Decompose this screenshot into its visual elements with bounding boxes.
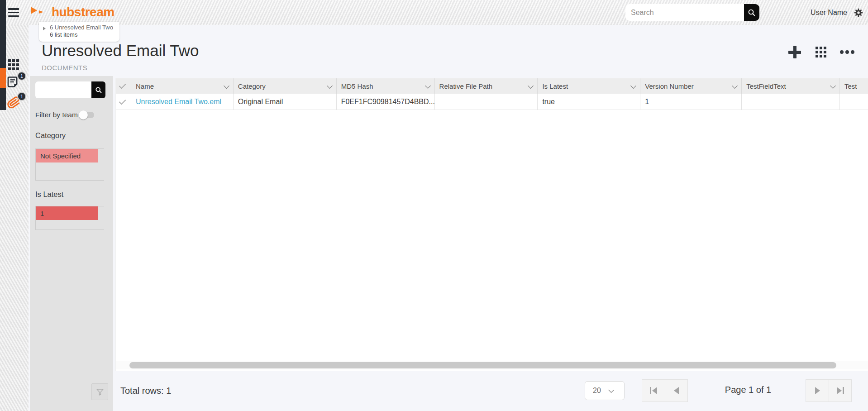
plus-icon [788,46,801,58]
breadcrumb-subtitle: 6 list items [50,31,114,38]
chevron-down-icon[interactable] [528,83,534,89]
filter-panel: Filter by team Category Not Specified Is… [30,76,113,411]
breadcrumb-title: 6 Unresolved Email Two [50,24,114,31]
row-select-cell[interactable] [116,94,131,110]
column-header-is-latest[interactable]: Is Latest [538,78,640,94]
cell-is-latest: true [538,94,640,110]
cell-relative-file-path [435,94,538,110]
column-header-relative-file-path[interactable]: Relative File Path [435,78,538,94]
page-indicator: Page 1 of 1 [698,385,798,395]
last-page-icon [837,387,844,394]
previous-page-icon [674,387,679,394]
breadcrumb-expand-icon[interactable] [43,27,46,30]
table-header-row: Name Category MD5 Hash Relative File Pat… [116,78,868,94]
select-all-cell[interactable] [116,78,131,94]
search-icon [748,9,756,17]
logo-wordmark: hubstream [52,5,114,19]
check-icon [119,82,126,89]
filter-group-is-latest: 1 [35,206,104,230]
previous-page-button[interactable] [665,380,687,401]
search-icon [95,86,102,94]
column-header-md5-hash[interactable]: MD5 Hash [337,78,435,94]
sidebar-item-attachments[interactable]: 1 [7,96,22,111]
ellipsis-icon [840,50,854,54]
more-options-button[interactable] [840,45,854,59]
grid-view-button[interactable] [814,45,828,59]
grid-view-icon [816,47,826,57]
cell-md5-hash: F0EF1FC90981457D4BBD... [337,94,435,110]
filter-funnel-button[interactable] [91,383,108,400]
column-header-test[interactable]: Test [840,78,868,94]
check-icon [119,97,126,105]
table-footer: Total rows: 1 20 Page 1 of 1 [115,371,868,411]
top-bar: hubstream User Name [0,0,868,25]
chevron-down-icon[interactable] [630,83,636,89]
chevron-down-icon[interactable] [425,83,431,89]
attachments-badge: 1 [17,92,26,101]
page-title: Unresolved Email Two [42,42,199,60]
breadcrumb[interactable]: 6 Unresolved Email Two 6 list items [39,22,119,42]
sidebar-rail-strip [0,0,6,110]
filter-chip-is-latest-1[interactable]: 1 [36,206,98,220]
filter-search-button[interactable] [91,81,105,98]
global-search-input[interactable] [625,4,744,21]
filter-by-team-toggle[interactable] [79,110,95,119]
logo-arrow-icon [30,6,48,19]
page-subtitle: DOCUMENTS [42,64,199,72]
document-link[interactable]: Unresolved Email Two.eml [136,98,221,106]
cases-badge: 1 [17,72,26,81]
funnel-icon [96,388,104,396]
sidebar-active-indicator [0,68,6,88]
apps-grid-icon [8,59,22,70]
column-header-category[interactable]: Category [234,78,337,94]
last-page-button[interactable] [829,380,851,401]
column-header-testfieldtext[interactable]: TestFieldText [742,78,840,94]
filter-group-label-category: Category [35,131,66,140]
sidebar-item-apps[interactable] [7,57,22,73]
next-page-icon [815,387,820,394]
hubstream-logo[interactable]: hubstream [30,5,114,19]
documents-table: Name Category MD5 Hash Relative File Pat… [115,78,868,371]
filter-group-category: Not Specified [35,148,104,181]
chevron-down-icon [608,387,614,393]
filter-by-team-label: Filter by team [35,111,78,119]
column-header-name[interactable]: Name [131,78,234,94]
chevron-down-icon[interactable] [224,83,229,89]
cell-category: Original Email [234,94,337,110]
cell-testfieldtext [742,94,840,110]
filter-chip-not-specified[interactable]: Not Specified [36,149,98,162]
column-header-version-number[interactable]: Version Number [640,78,742,94]
sidebar-item-cases[interactable]: 1 [7,76,22,91]
user-name[interactable]: User Name [811,9,847,17]
global-search-button[interactable] [744,4,759,21]
total-rows-label: Total rows: 1 [120,386,171,396]
chevron-down-icon[interactable] [830,83,836,89]
next-page-button[interactable] [806,380,829,401]
global-search [625,4,759,21]
hamburger-menu-icon[interactable] [8,8,19,17]
filter-search-input[interactable] [35,81,91,98]
cell-version-number: 1 [640,94,742,110]
table-row[interactable]: Unresolved Email Two.eml Original Email … [116,94,868,110]
first-page-icon [650,387,657,394]
horizontal-scrollbar[interactable] [116,361,868,369]
chevron-down-icon[interactable] [732,83,738,89]
chevron-down-icon[interactable] [327,83,333,89]
gear-icon[interactable] [854,8,863,18]
page-size-value: 20 [593,387,601,395]
filter-group-label-is-latest: Is Latest [35,190,63,199]
add-document-button[interactable] [787,45,802,59]
cell-test [840,94,868,110]
first-page-button[interactable] [642,380,665,401]
page-size-select[interactable]: 20 [585,381,625,400]
scrollbar-thumb[interactable] [129,362,836,368]
